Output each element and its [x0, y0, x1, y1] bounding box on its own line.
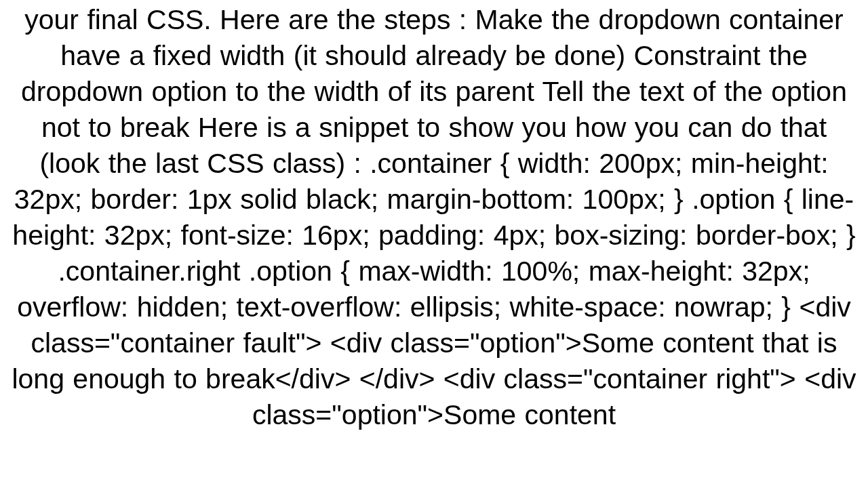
body-text: of the component, so what you're asking … [9, 0, 859, 433]
page: of the component, so what you're asking … [0, 0, 868, 488]
